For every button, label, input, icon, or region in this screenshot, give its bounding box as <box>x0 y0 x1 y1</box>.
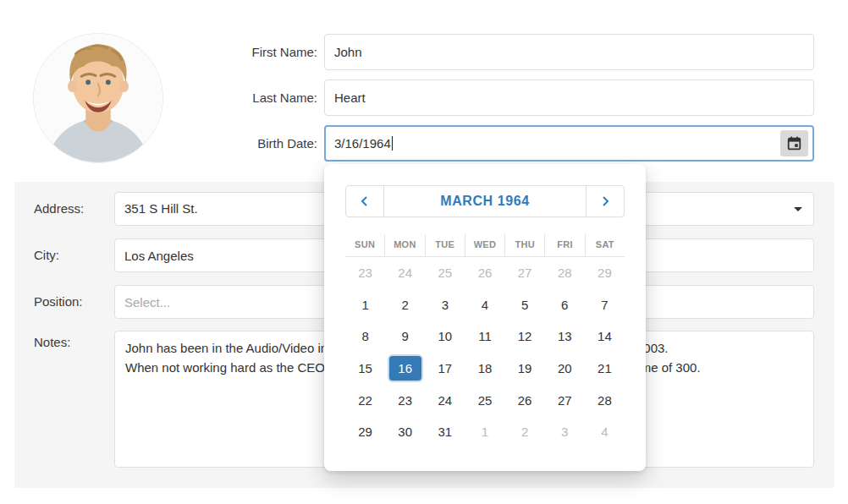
calendar-day[interactable]: 9 <box>385 320 425 353</box>
day-number: 27 <box>548 388 581 413</box>
chevron-right-icon <box>599 195 611 207</box>
last-name-label: Last Name: <box>190 79 317 116</box>
calendar-day[interactable]: 24 <box>425 384 465 416</box>
calendar-icon <box>787 136 801 151</box>
calendar-day[interactable]: 27 <box>505 257 545 289</box>
calendar-day[interactable]: 29 <box>585 257 625 289</box>
calendar-day[interactable]: 18 <box>465 353 504 385</box>
birth-date-label: Birth Date: <box>190 125 317 162</box>
weekday-header: SUN <box>345 234 384 256</box>
calendar-day[interactable]: 5 <box>505 289 545 321</box>
calendar-day[interactable]: 25 <box>465 384 504 416</box>
weekday-header: WED <box>465 234 504 256</box>
day-number: 18 <box>469 356 501 381</box>
calendar-day[interactable]: 14 <box>585 320 625 353</box>
day-number: 25 <box>429 260 461 285</box>
calendar-day[interactable]: 3 <box>425 289 465 321</box>
day-number: 25 <box>469 388 501 413</box>
calendar-day[interactable]: 4 <box>465 289 504 321</box>
calendar-day[interactable]: 23 <box>385 384 425 416</box>
next-month-button[interactable] <box>586 186 624 216</box>
day-number: 3 <box>548 419 581 444</box>
day-number: 11 <box>469 324 501 348</box>
calendar-day[interactable]: 26 <box>505 384 545 416</box>
employee-photo <box>33 33 163 163</box>
day-number: 26 <box>509 388 541 413</box>
calendar-day[interactable]: 3 <box>545 416 585 448</box>
calendar-day[interactable]: 13 <box>545 320 585 353</box>
calendar-day[interactable]: 6 <box>545 289 585 321</box>
notes-label: Notes: <box>34 326 70 359</box>
calendar-day[interactable]: 8 <box>345 320 385 353</box>
calendar-day[interactable]: 15 <box>345 353 385 385</box>
dropdown-arrow-icon[interactable] <box>794 207 802 211</box>
day-number: 2 <box>509 419 541 444</box>
previous-month-button[interactable] <box>346 186 384 216</box>
calendar-day[interactable]: 2 <box>385 289 425 321</box>
calendar-day[interactable]: 1 <box>465 416 504 448</box>
calendar-caption[interactable]: MARCH 1964 <box>384 186 586 216</box>
weekday-header: TUE <box>425 234 465 256</box>
day-number: 17 <box>429 356 461 381</box>
day-number: 29 <box>350 419 382 444</box>
day-number: 3 <box>429 293 461 317</box>
day-number: 2 <box>389 293 421 317</box>
calendar-day[interactable]: 25 <box>425 257 465 289</box>
calendar-day[interactable]: 26 <box>465 257 504 289</box>
calendar-day[interactable]: 16 <box>385 353 425 385</box>
calendar-day[interactable]: 20 <box>545 353 585 385</box>
day-number: 29 <box>588 260 620 285</box>
calendar-day[interactable]: 10 <box>425 320 465 353</box>
day-number: 13 <box>548 324 581 348</box>
address-value: 351 S Hill St. <box>124 201 198 216</box>
calendar-day[interactable]: 2 <box>505 416 545 448</box>
day-number: 4 <box>588 419 620 444</box>
calendar-day[interactable]: 7 <box>585 289 625 321</box>
calendar-day[interactable]: 21 <box>585 353 625 385</box>
birth-date-input[interactable]: 3/16/1964 <box>324 125 814 162</box>
position-label: Position: <box>34 285 83 319</box>
last-name-input[interactable] <box>324 79 814 116</box>
birth-date-value: 3/16/1964 <box>334 136 391 151</box>
day-number: 1 <box>350 293 382 317</box>
calendar-day[interactable]: 23 <box>345 257 385 289</box>
calendar-day[interactable]: 30 <box>385 416 425 448</box>
day-number: 7 <box>588 293 620 317</box>
day-number: 31 <box>429 419 461 444</box>
weekday-header: MON <box>384 234 424 256</box>
day-number: 15 <box>350 356 382 381</box>
day-number: 30 <box>389 419 421 444</box>
calendar-day[interactable]: 19 <box>505 353 545 385</box>
day-number: 22 <box>350 388 382 413</box>
calendar-day[interactable]: 27 <box>545 384 585 416</box>
first-name-input[interactable] <box>324 34 814 70</box>
text-cursor <box>392 136 393 151</box>
calendar-button[interactable] <box>780 130 808 156</box>
calendar-day[interactable]: 11 <box>465 320 504 353</box>
calendar-day[interactable]: 1 <box>345 289 385 321</box>
employee-photo-illustration <box>34 34 162 162</box>
calendar-day[interactable]: 28 <box>585 384 625 416</box>
day-number: 26 <box>469 260 501 285</box>
calendar-day[interactable]: 31 <box>425 416 465 448</box>
calendar-navigator: MARCH 1964 <box>345 185 625 217</box>
day-number: 5 <box>509 293 541 317</box>
day-number: 4 <box>469 293 501 317</box>
address-label: Address: <box>34 192 84 226</box>
calendar-day[interactable]: 28 <box>545 257 585 289</box>
calendar-day[interactable]: 17 <box>425 353 465 385</box>
calendar-day[interactable]: 12 <box>505 320 545 353</box>
employee-form-page: First Name: Last Name: Birth Date: 3/16/… <box>0 0 848 504</box>
day-number: 21 <box>588 356 620 381</box>
day-number: 10 <box>429 324 461 348</box>
day-number: 28 <box>588 388 620 413</box>
weekday-header: FRI <box>544 234 584 256</box>
calendar-day[interactable]: 22 <box>345 384 385 416</box>
calendar-day[interactable]: 24 <box>385 257 425 289</box>
calendar-day[interactable]: 4 <box>585 416 625 448</box>
day-number: 12 <box>509 324 541 348</box>
calendar-day[interactable]: 29 <box>345 416 385 448</box>
day-number: 9 <box>389 324 421 348</box>
calendar-weekdays: SUNMONTUEWEDTHUFRISAT <box>345 234 625 257</box>
day-number: 23 <box>350 260 382 285</box>
